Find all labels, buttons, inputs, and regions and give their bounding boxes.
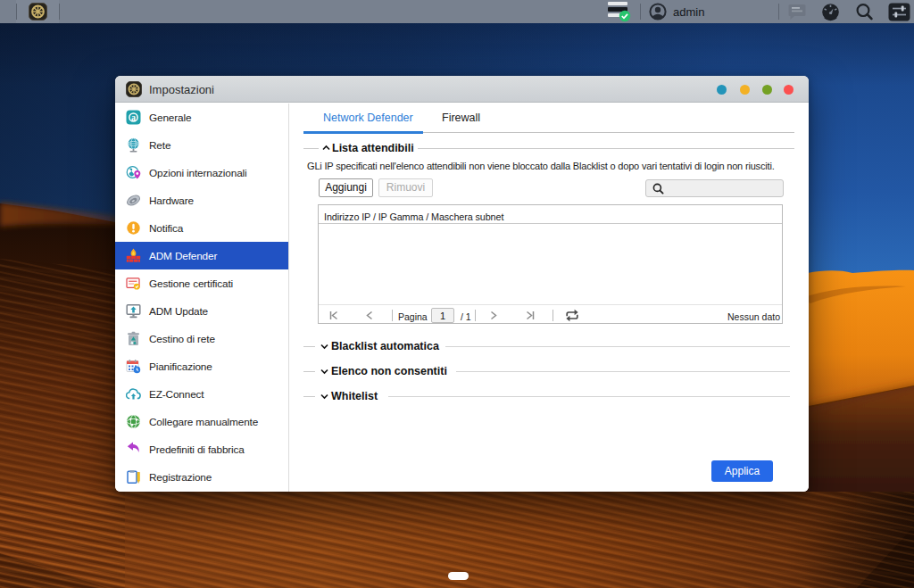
svg-text:a: a [131, 112, 136, 122]
